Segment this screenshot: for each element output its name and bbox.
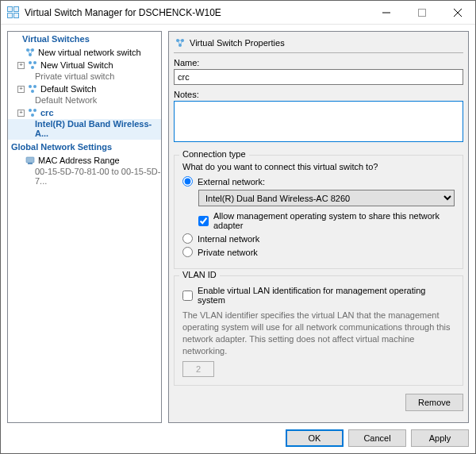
connection-question: What do you want to connect this virtual… — [182, 162, 455, 171]
enable-vlan-checkbox[interactable]: Enable virtual LAN identification for ma… — [182, 286, 455, 305]
remove-button[interactable]: Remove — [405, 394, 463, 411]
svg-point-9 — [31, 66, 34, 69]
svg-point-7 — [29, 61, 32, 64]
new-virtual-network-switch[interactable]: New virtual network switch — [8, 46, 161, 59]
svg-rect-16 — [26, 157, 34, 163]
global-network-settings-header[interactable]: Global Network Settings — [8, 140, 161, 154]
window-controls — [368, 1, 475, 24]
private-network-radio[interactable]: Private network — [182, 247, 455, 257]
svg-point-10 — [29, 85, 32, 88]
private-label: Private network — [198, 248, 258, 257]
mac-range-label: MAC Address Range — [38, 156, 120, 165]
window-title: Virtual Switch Manager for DSCHENCK-W10E — [25, 7, 368, 18]
expander-icon[interactable]: + — [17, 62, 25, 69]
body: Virtual Switches New virtual network swi… — [1, 25, 475, 423]
vlan-group: VLAN ID Enable virtual LAN identificatio… — [174, 275, 463, 386]
apply-button[interactable]: Apply — [411, 429, 469, 447]
allow-mgmt-checkbox[interactable]: Allow management operating system to sha… — [198, 211, 455, 230]
switch-icon — [25, 48, 35, 57]
properties-title: Virtual Switch Properties — [190, 38, 285, 48]
svg-point-12 — [31, 90, 34, 93]
virtual-switches-header[interactable]: Virtual Switches — [8, 32, 161, 46]
allow-mgmt-input[interactable] — [198, 216, 209, 226]
switch-icon — [28, 60, 37, 70]
item-sub: Default Network — [8, 95, 161, 106]
svg-point-15 — [31, 114, 34, 117]
sidebar-item-crc[interactable]: + crc — [8, 106, 161, 119]
close-button[interactable] — [440, 1, 475, 24]
svg-point-14 — [33, 109, 36, 112]
enable-vlan-input[interactable] — [182, 290, 193, 301]
mac-address-range[interactable]: MAC Address Range — [8, 154, 161, 167]
switch-icon — [28, 84, 37, 94]
external-radio-input[interactable] — [182, 176, 193, 187]
connection-type-group: Connection type What do you want to conn… — [174, 155, 463, 269]
external-label: External network: — [198, 177, 265, 187]
properties-panel: Virtual Switch Properties Name: Notes: C… — [168, 31, 469, 423]
sidebar: Virtual Switches New virtual network swi… — [7, 31, 162, 423]
allow-mgmt-label: Allow management operating system to sha… — [213, 211, 455, 230]
vlan-description: The VLAN identifier specifies the virtua… — [182, 310, 455, 356]
titlebar: Virtual Switch Manager for DSCHENCK-W10E — [1, 1, 475, 25]
properties-header: Virtual Switch Properties — [174, 35, 463, 53]
svg-rect-1 — [418, 9, 425, 16]
tree: Virtual Switches New virtual network swi… — [8, 32, 161, 187]
svg-rect-17 — [28, 163, 33, 164]
minimize-button[interactable] — [368, 1, 404, 24]
enable-vlan-label: Enable virtual LAN identification for ma… — [198, 286, 455, 305]
sidebar-item-default-switch[interactable]: + Default Switch — [8, 83, 161, 95]
internal-network-radio[interactable]: Internal network — [182, 233, 455, 244]
item-label: crc — [40, 108, 54, 117]
private-radio-input[interactable] — [182, 247, 193, 257]
cancel-button[interactable]: Cancel — [348, 429, 406, 447]
expander-icon[interactable]: + — [17, 110, 25, 117]
svg-point-13 — [29, 109, 32, 112]
dialog-footer: OK Cancel Apply — [1, 423, 475, 453]
vlan-group-title: VLAN ID — [179, 270, 220, 279]
new-switch-label: New virtual network switch — [38, 48, 141, 57]
switch-icon — [175, 38, 185, 48]
app-icon — [7, 6, 20, 19]
internal-radio-input[interactable] — [182, 233, 193, 244]
switch-icon — [28, 108, 37, 117]
name-label: Name: — [174, 58, 463, 67]
nic-icon — [25, 156, 35, 165]
vlan-id-input — [182, 361, 214, 377]
ok-button[interactable]: OK — [286, 429, 344, 447]
notes-textarea[interactable] — [174, 101, 463, 142]
notes-label: Notes: — [174, 90, 463, 99]
item-label: Default Switch — [40, 84, 96, 94]
window: Virtual Switch Manager for DSCHENCK-W10E… — [0, 0, 476, 454]
mac-range-value: 00-15-5D-70-81-00 to 00-15-5D-7... — [8, 167, 161, 187]
name-input[interactable] — [174, 69, 463, 85]
internal-label: Internal network — [198, 234, 259, 244]
svg-point-8 — [33, 61, 36, 64]
connection-group-title: Connection type — [179, 149, 249, 159]
sidebar-item-new-virtual-switch[interactable]: + New Virtual Switch — [8, 59, 161, 71]
maximize-button[interactable] — [404, 1, 440, 24]
external-network-radio[interactable]: External network: — [182, 176, 455, 187]
svg-point-11 — [33, 85, 36, 88]
item-label: New Virtual Switch — [40, 60, 113, 70]
expander-icon[interactable]: + — [17, 86, 25, 93]
item-sub: Intel(R) Dual Band Wireless-A... — [8, 119, 161, 140]
item-sub: Private virtual switch — [8, 71, 161, 83]
adapter-select[interactable]: Intel(R) Dual Band Wireless-AC 8260 — [198, 190, 455, 206]
